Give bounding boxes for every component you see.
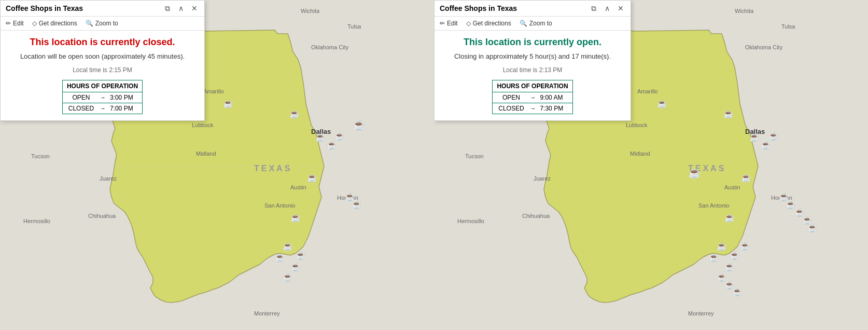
svg-text:☕: ☕ <box>352 200 362 210</box>
edit-button[interactable]: ✏ Edit <box>6 20 24 27</box>
copy-icon[interactable]: ⧉ <box>163 4 172 13</box>
edit-icon: ✏ <box>6 20 11 27</box>
right-close-icon[interactable]: ✕ <box>616 4 625 13</box>
right-map-panel: Wichita Tulsa Oklahoma City Amarillo Lub… <box>434 0 868 330</box>
right-popup-body: This location is currently open. Closing… <box>435 31 631 120</box>
svg-text:☕: ☕ <box>724 262 735 272</box>
left-status-text: This location is currently closed. <box>9 37 196 48</box>
right-minimize-icon[interactable]: ∧ <box>603 4 612 13</box>
svg-text:☕: ☕ <box>740 241 750 251</box>
svg-text:Hermosillo: Hermosillo <box>23 218 50 224</box>
svg-text:Chihuahua: Chihuahua <box>88 213 116 219</box>
right-hours-table: HOURS OF OPERATION OPEN → 9:00 AM CLOSED… <box>492 80 572 114</box>
right-copy-icon[interactable]: ⧉ <box>589 4 598 13</box>
left-popup-card: Coffee Shops in Texas ⧉ ∧ ✕ ✏ Edit ◇ Get… <box>0 0 205 121</box>
right-zoom-to-button[interactable]: 🔍 Zoom to <box>520 20 552 27</box>
svg-text:☕: ☕ <box>732 287 743 297</box>
left-closed-value: 7:00 PM <box>110 105 133 112</box>
svg-text:Tulsa: Tulsa <box>781 23 795 30</box>
right-popup-header: Coffee Shops in Texas ⧉ ∧ ✕ <box>435 1 631 17</box>
svg-text:Oklahoma City: Oklahoma City <box>745 44 783 50</box>
right-zoom-icon: 🔍 <box>520 20 527 27</box>
get-directions-button[interactable]: ◇ Get directions <box>32 20 77 27</box>
right-popup-toolbar: ✏ Edit ◇ Get directions 🔍 Zoom to <box>435 17 631 31</box>
left-status-subtitle: Location will be open soon (approximatel… <box>9 52 196 61</box>
svg-text:☕: ☕ <box>289 109 300 119</box>
left-popup-header: Coffee Shops in Texas ⧉ ∧ ✕ <box>1 1 204 17</box>
svg-text:TEXAS: TEXAS <box>254 164 292 173</box>
right-open-arrow: → <box>529 94 536 101</box>
right-edit-button[interactable]: ✏ Edit <box>440 20 458 27</box>
right-closed-arrow: → <box>529 105 536 112</box>
svg-text:Hermosillo: Hermosillo <box>457 218 484 224</box>
right-hours-closed-row: CLOSED → 7:30 PM <box>493 103 572 114</box>
left-popup-header-icons: ⧉ ∧ ✕ <box>163 4 199 13</box>
svg-text:Wichita: Wichita <box>301 8 320 14</box>
svg-text:☕: ☕ <box>768 131 779 141</box>
svg-text:☕: ☕ <box>353 119 366 131</box>
svg-text:☕: ☕ <box>296 251 306 260</box>
svg-text:Tucson: Tucson <box>31 153 50 159</box>
svg-text:☕: ☕ <box>761 140 771 150</box>
right-local-time: Local time is 2:13 PM <box>443 66 622 74</box>
svg-text:Austin: Austin <box>724 184 740 190</box>
svg-text:Chihuahua: Chihuahua <box>522 213 550 219</box>
svg-text:Tulsa: Tulsa <box>347 23 361 30</box>
svg-text:☕: ☕ <box>807 223 818 233</box>
right-status-text: This location is currently open. <box>443 37 622 48</box>
right-edit-icon: ✏ <box>440 20 445 27</box>
zoom-to-button[interactable]: 🔍 Zoom to <box>86 20 118 27</box>
directions-icon: ◇ <box>32 20 37 27</box>
left-popup-toolbar: ✏ Edit ◇ Get directions 🔍 Zoom to <box>1 17 204 31</box>
svg-text:Midland: Midland <box>196 150 216 157</box>
left-hours-closed-row: CLOSED → 7:00 PM <box>63 103 142 114</box>
right-status-subtitle: Closing in approximately 5 hour(s) and 1… <box>443 52 622 61</box>
svg-text:Monterrey: Monterrey <box>254 310 280 317</box>
left-map-panel: Wichita Tulsa Oklahoma City Amarillo Lub… <box>0 0 434 330</box>
svg-text:☕: ☕ <box>327 140 337 150</box>
right-open-value: 9:00 AM <box>540 94 563 101</box>
left-hours-header: HOURS OF OPERATION <box>63 80 142 92</box>
right-closed-value: 7:30 PM <box>540 105 563 112</box>
svg-text:Monterrey: Monterrey <box>688 310 714 317</box>
svg-text:Wichita: Wichita <box>735 8 754 14</box>
right-closed-label: CLOSED <box>497 105 525 112</box>
svg-text:Juarez: Juarez <box>100 175 117 182</box>
svg-text:Midland: Midland <box>630 150 650 157</box>
svg-text:Lubbock: Lubbock <box>192 122 214 128</box>
left-popup-title: Coffee Shops in Texas <box>6 4 83 12</box>
svg-text:☕: ☕ <box>717 241 727 251</box>
right-open-label: OPEN <box>497 94 525 101</box>
left-closed-label: CLOSED <box>67 105 95 112</box>
right-popup-header-icons: ⧉ ∧ ✕ <box>589 4 625 13</box>
svg-text:☕: ☕ <box>749 132 760 142</box>
svg-text:☕: ☕ <box>315 132 326 142</box>
svg-text:☕: ☕ <box>223 99 233 108</box>
right-popup-title: Coffee Shops in Texas <box>440 4 517 12</box>
right-get-directions-button[interactable]: ◇ Get directions <box>466 20 511 27</box>
svg-text:☕: ☕ <box>741 173 751 183</box>
minimize-icon[interactable]: ∧ <box>176 4 186 13</box>
zoom-icon: 🔍 <box>86 20 93 27</box>
right-directions-icon: ◇ <box>466 20 471 27</box>
svg-text:San Antonio: San Antonio <box>698 202 729 209</box>
svg-text:Oklahoma City: Oklahoma City <box>311 44 349 50</box>
left-local-time: Local time is 2:15 PM <box>9 66 196 74</box>
svg-text:Tucson: Tucson <box>465 153 484 159</box>
svg-text:☕: ☕ <box>730 251 740 260</box>
svg-text:Amarillo: Amarillo <box>637 88 658 94</box>
svg-text:☕: ☕ <box>290 262 301 272</box>
close-icon[interactable]: ✕ <box>190 4 199 13</box>
left-closed-arrow: → <box>100 105 106 112</box>
left-open-value: 3:00 PM <box>110 94 133 101</box>
svg-text:Lubbock: Lubbock <box>626 122 648 128</box>
svg-text:☕: ☕ <box>657 99 667 108</box>
right-hours-header: HOURS OF OPERATION <box>493 80 572 92</box>
left-open-label: OPEN <box>67 94 95 101</box>
svg-text:Austin: Austin <box>290 184 306 190</box>
right-hours-open-row: OPEN → 9:00 AM <box>493 92 572 103</box>
svg-text:☕: ☕ <box>688 167 701 179</box>
left-open-arrow: → <box>100 94 106 101</box>
svg-text:☕: ☕ <box>723 109 734 119</box>
left-hours-table: HOURS OF OPERATION OPEN → 3:00 PM CLOSED… <box>62 80 143 114</box>
